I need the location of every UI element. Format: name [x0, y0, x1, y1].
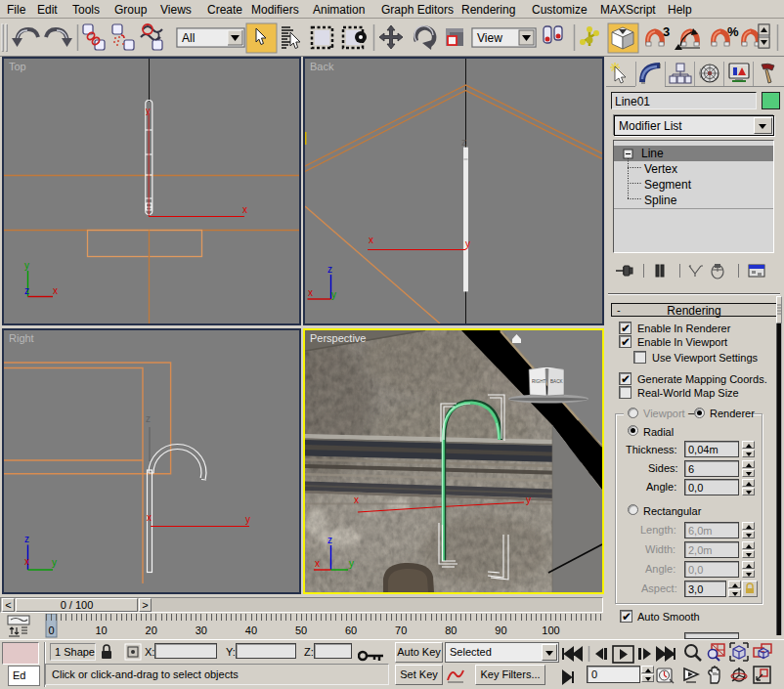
svg-text:x: x: [147, 512, 152, 523]
svg-text:x: x: [369, 235, 373, 245]
svg-text:x: x: [53, 285, 58, 296]
svg-text:x: x: [24, 556, 29, 567]
svg-text:y: y: [526, 495, 531, 505]
svg-text:y: y: [349, 558, 354, 569]
svg-text:50: 50: [295, 624, 307, 636]
svg-text:y: y: [52, 557, 57, 568]
svg-text:x: x: [315, 558, 320, 569]
svg-text:z: z: [24, 285, 29, 296]
svg-text:RIGHT: RIGHT: [532, 379, 545, 384]
svg-text:60: 60: [345, 624, 357, 636]
svg-text:3: 3: [663, 24, 670, 39]
svg-text:y: y: [24, 260, 29, 271]
svg-text:z: z: [327, 264, 332, 275]
svg-text:80: 80: [445, 624, 457, 636]
svg-text:0: 0: [48, 624, 54, 636]
svg-text:z: z: [461, 137, 466, 148]
svg-text:y: y: [331, 289, 336, 300]
svg-text:100: 100: [542, 624, 559, 636]
svg-text:View: View: [477, 31, 502, 45]
svg-text:30: 30: [196, 624, 207, 636]
svg-text:x: x: [308, 287, 313, 298]
svg-text:x: x: [354, 495, 359, 505]
svg-text:x: x: [242, 204, 247, 215]
svg-text:70: 70: [395, 624, 407, 636]
svg-text:z: z: [146, 413, 151, 424]
svg-text:All: All: [182, 31, 195, 45]
svg-text:y: y: [146, 106, 151, 115]
svg-text:y: y: [465, 238, 470, 249]
svg-text:BACK: BACK: [550, 379, 563, 384]
svg-text:10: 10: [95, 624, 107, 636]
svg-text:%: %: [727, 24, 739, 39]
svg-text:90: 90: [495, 624, 506, 636]
svg-text:z: z: [24, 534, 29, 544]
svg-text:40: 40: [245, 624, 257, 636]
svg-text:20: 20: [146, 624, 157, 636]
svg-text:z: z: [327, 535, 332, 545]
svg-text:y: y: [245, 514, 250, 525]
